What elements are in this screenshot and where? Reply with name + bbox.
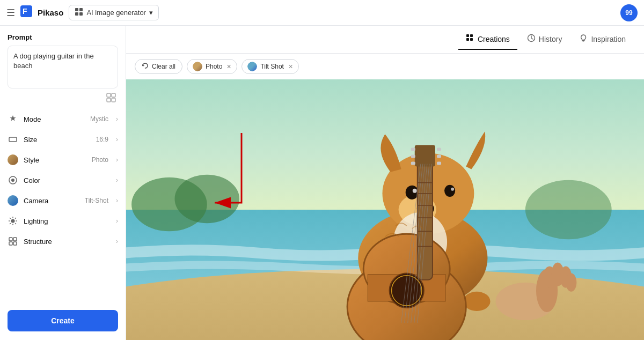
camera-label: Camera: [24, 197, 79, 205]
settings-item-style[interactable]: Style Photo ›: [0, 150, 126, 170]
tool-selector[interactable]: AI image generator ▾: [69, 5, 159, 20]
svg-rect-2: [75, 8, 78, 11]
settings-item-camera[interactable]: Camera Tilt-Shot ›: [0, 190, 126, 211]
camera-icon: [8, 195, 18, 206]
tab-bar: Creations History: [126, 26, 644, 54]
svg-point-12: [11, 179, 14, 182]
tab-history-label: History: [539, 35, 562, 43]
svg-rect-29: [470, 38, 473, 41]
mode-icon: [8, 114, 18, 124]
settings-item-structure[interactable]: Structure ›: [0, 231, 126, 252]
clear-all-label: Clear all: [152, 63, 175, 70]
svg-point-38: [525, 180, 612, 240]
lighting-arrow: ›: [116, 217, 118, 225]
svg-rect-9: [112, 98, 115, 102]
svg-rect-4: [75, 12, 78, 16]
svg-point-45: [444, 185, 455, 197]
svg-rect-58: [411, 147, 415, 151]
tool-name: AI image generator: [86, 9, 146, 17]
svg-rect-7: [112, 93, 115, 97]
tab-history[interactable]: History: [519, 29, 570, 50]
create-button[interactable]: Create: [8, 310, 118, 331]
style-icon: [8, 154, 18, 165]
svg-rect-26: [466, 34, 469, 37]
app-name: Pikaso: [38, 8, 63, 17]
svg-rect-31: [582, 40, 585, 41]
color-label: Color: [24, 176, 103, 184]
structure-icon: [8, 236, 18, 247]
tilt-chip-close[interactable]: ✕: [288, 63, 293, 70]
structure-label: Structure: [24, 238, 103, 246]
tab-inspiration[interactable]: Inspiration: [572, 29, 633, 50]
size-icon: [8, 134, 18, 145]
svg-rect-8: [107, 98, 111, 102]
sidebar: Prompt A dog playing guitar in the beach: [0, 26, 126, 340]
svg-rect-28: [466, 38, 469, 41]
style-label: Style: [24, 156, 86, 164]
settings-item-size[interactable]: Size 16:9 ›: [0, 129, 126, 150]
svg-rect-10: [9, 137, 17, 142]
enhance-icon[interactable]: [106, 93, 116, 105]
settings-list: Mode Mystic › Size 16:9 ›: [0, 105, 126, 304]
svg-rect-60: [411, 162, 415, 165]
generated-image: [126, 79, 644, 340]
prompt-input[interactable]: A dog playing guitar in the beach: [8, 46, 118, 88]
svg-point-44: [413, 189, 417, 193]
svg-rect-22: [9, 238, 12, 241]
style-value: Photo: [92, 156, 108, 164]
svg-rect-24: [9, 242, 12, 245]
mode-arrow: ›: [116, 115, 118, 123]
svg-rect-23: [13, 238, 17, 241]
size-value: 16:9: [96, 136, 108, 143]
grid-icon: [466, 34, 474, 45]
photo-chip-label: Photo: [206, 63, 222, 70]
camera-value: Tilt-Shot: [85, 197, 108, 204]
settings-item-color[interactable]: Color ›: [0, 170, 126, 190]
color-icon: [8, 175, 18, 186]
prompt-section: Prompt A dog playing guitar in the beach: [0, 26, 126, 105]
settings-item-lighting[interactable]: Lighting ›: [0, 211, 126, 231]
svg-rect-59: [411, 154, 415, 158]
lighting-icon: [8, 216, 18, 226]
svg-line-21: [10, 223, 11, 224]
svg-point-81: [566, 274, 576, 292]
svg-point-46: [451, 188, 454, 191]
lighting-label: Lighting: [24, 217, 103, 225]
menu-icon[interactable]: ☰: [6, 7, 15, 19]
color-arrow: ›: [116, 176, 118, 184]
tool-icon: [75, 8, 83, 18]
svg-rect-63: [437, 162, 441, 165]
svg-rect-57: [415, 145, 435, 166]
tab-inspiration-label: Inspiration: [591, 35, 626, 43]
logo-icon: F: [20, 5, 32, 20]
refresh-icon: [142, 62, 149, 71]
svg-rect-27: [470, 34, 473, 37]
avatar[interactable]: 99: [620, 4, 638, 21]
inspiration-icon: [579, 34, 588, 45]
style-arrow: ›: [116, 156, 118, 164]
svg-point-37: [174, 175, 239, 223]
svg-rect-62: [437, 154, 441, 158]
svg-line-20: [15, 218, 16, 219]
history-icon: [527, 34, 536, 45]
main-layout: Prompt A dog playing guitar in the beach: [0, 26, 644, 340]
svg-rect-32: [583, 41, 584, 41]
tab-creations-label: Creations: [478, 35, 510, 43]
svg-point-13: [11, 219, 15, 223]
tilt-chip-thumb: [247, 62, 257, 71]
svg-line-18: [10, 218, 11, 219]
svg-line-19: [15, 223, 16, 224]
tab-creations[interactable]: Creations: [458, 29, 517, 50]
photo-chip-thumb: [193, 62, 202, 71]
photo-chip-close[interactable]: ✕: [226, 63, 231, 70]
settings-item-mode[interactable]: Mode Mystic ›: [0, 109, 126, 129]
filter-chip-tilt-shot: Tilt Shot ✕: [241, 59, 299, 74]
prompt-label: Prompt: [8, 33, 118, 41]
svg-rect-5: [79, 12, 83, 16]
create-button-wrap: Create: [0, 304, 126, 340]
size-label: Size: [24, 136, 91, 144]
clear-all-button[interactable]: Clear all: [135, 59, 182, 74]
camera-arrow: ›: [116, 197, 118, 204]
svg-rect-6: [107, 93, 111, 97]
content-area: Creations History: [126, 26, 644, 340]
